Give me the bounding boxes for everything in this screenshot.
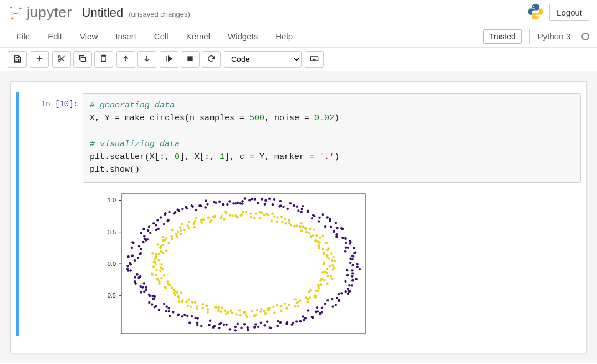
svg-point-200 (188, 321, 191, 324)
svg-point-280 (356, 263, 358, 265)
menu-widgets[interactable]: Widgets (219, 26, 267, 47)
svg-point-70 (300, 211, 303, 213)
svg-point-82 (273, 198, 275, 200)
celltype-select[interactable]: Code (224, 51, 302, 68)
menubar: File Edit View Insert Cell Kernel Widget… (8, 26, 302, 47)
svg-point-388 (162, 239, 164, 241)
menu-help[interactable]: Help (267, 26, 302, 47)
save-button[interactable] (8, 51, 27, 68)
menu-edit[interactable]: Edit (39, 26, 71, 47)
code-cell[interactable]: In [10]: # generating data X, Y = make_c… (16, 92, 581, 336)
svg-point-144 (132, 242, 134, 244)
svg-point-132 (155, 228, 157, 230)
move-down-button[interactable] (137, 51, 156, 68)
move-up-button[interactable] (116, 51, 135, 68)
svg-point-133 (148, 225, 150, 228)
svg-point-465 (236, 313, 238, 315)
python-icon (527, 3, 544, 22)
svg-point-83 (272, 203, 274, 205)
svg-point-421 (158, 282, 160, 284)
svg-rect-17 (310, 57, 318, 61)
svg-point-80 (278, 205, 280, 207)
svg-point-247 (317, 310, 319, 312)
svg-point-275 (351, 272, 354, 274)
trusted-button[interactable]: Trusted (483, 29, 522, 44)
notebook-container: In [10]: # generating data X, Y = make_c… (0, 71, 597, 363)
svg-point-505 (314, 294, 316, 296)
svg-point-0 (10, 7, 12, 8)
paste-button[interactable] (94, 51, 113, 68)
svg-point-242 (302, 315, 304, 317)
svg-point-395 (160, 250, 162, 252)
svg-point-368 (188, 220, 190, 222)
add-cell-button[interactable] (30, 51, 49, 68)
svg-point-32 (349, 261, 351, 263)
cut-button[interactable] (52, 51, 71, 68)
svg-point-484 (272, 305, 274, 307)
kernel-name[interactable]: Python 3 (538, 32, 570, 41)
svg-point-134 (142, 228, 145, 230)
code-input[interactable]: # generating data X, Y = make_circles(n_… (83, 93, 581, 183)
svg-point-500 (304, 296, 307, 299)
svg-point-1 (19, 7, 22, 9)
svg-point-369 (193, 223, 195, 225)
svg-point-362 (202, 218, 205, 220)
restart-button[interactable] (202, 51, 221, 68)
svg-point-294 (322, 248, 324, 250)
svg-point-164 (134, 276, 136, 278)
svg-point-267 (348, 284, 350, 286)
notebook-title[interactable]: Untitled (82, 6, 124, 20)
svg-point-398 (151, 252, 154, 254)
svg-point-271 (355, 278, 357, 280)
svg-point-469 (243, 311, 246, 313)
svg-point-158 (126, 265, 129, 267)
svg-point-472 (251, 310, 253, 312)
svg-point-58 (335, 222, 337, 224)
interrupt-button[interactable] (181, 51, 200, 68)
svg-point-352 (224, 210, 227, 212)
svg-point-462 (227, 311, 229, 313)
svg-point-414 (151, 273, 154, 275)
svg-point-53 (333, 230, 335, 232)
svg-point-86 (264, 199, 267, 201)
svg-point-98 (232, 202, 234, 204)
svg-point-499 (306, 300, 308, 302)
menu-insert[interactable]: Insert (106, 26, 145, 47)
svg-text:0.0: 0.0 (108, 260, 116, 267)
svg-point-221 (247, 326, 249, 329)
notebook-title-wrap: Untitled (unsaved changes) (82, 6, 190, 20)
paste-icon (99, 54, 108, 65)
run-button[interactable] (160, 51, 178, 68)
notebook-panel: In [10]: # generating data X, Y = make_c… (10, 81, 587, 353)
copy-button[interactable] (73, 51, 92, 68)
svg-point-436 (178, 296, 180, 299)
svg-point-36 (352, 255, 354, 257)
jupyter-logo[interactable]: jupyter (8, 4, 72, 21)
svg-point-181 (148, 301, 150, 303)
svg-point-301 (314, 239, 317, 241)
svg-point-427 (171, 286, 173, 289)
svg-point-386 (162, 235, 164, 238)
svg-point-214 (229, 328, 231, 330)
svg-point-244 (311, 315, 313, 317)
menu-kernel[interactable]: Kernel (177, 26, 219, 47)
svg-point-262 (347, 292, 349, 294)
menu-view[interactable]: View (71, 26, 106, 47)
svg-point-113 (191, 204, 193, 207)
svg-point-431 (176, 291, 178, 293)
svg-point-307 (308, 232, 310, 234)
menu-file[interactable]: File (8, 26, 39, 47)
svg-point-138 (143, 234, 145, 237)
menu-cell[interactable]: Cell (145, 26, 177, 47)
svg-point-89 (253, 198, 256, 200)
svg-point-391 (157, 243, 159, 245)
svg-point-55 (336, 227, 338, 229)
svg-point-258 (338, 298, 340, 300)
command-palette-button[interactable] (305, 51, 324, 68)
svg-point-42 (347, 246, 349, 248)
svg-point-194 (177, 313, 179, 315)
svg-point-72 (302, 204, 304, 207)
svg-point-452 (207, 308, 209, 310)
logout-button[interactable]: Logout (549, 4, 589, 21)
svg-point-90 (251, 198, 253, 200)
